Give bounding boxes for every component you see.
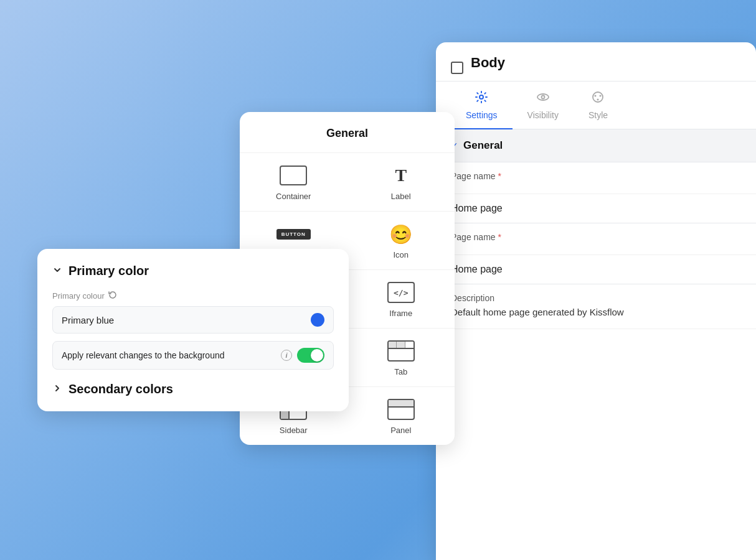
field-label-page-name-1: Page name * [451, 171, 741, 181]
panel-content: ✓ General Page name * Home page Page nam… [436, 129, 756, 329]
secondary-colors-title: Secondary colors [69, 382, 173, 396]
bg-toggle[interactable] [297, 348, 324, 363]
refresh-icon[interactable] [108, 291, 117, 301]
component-iframe[interactable]: </> Iframe [347, 269, 455, 328]
primary-colour-field-label: Primary colour [52, 291, 334, 301]
container-icon [278, 163, 308, 188]
general-section-title: General [463, 139, 503, 152]
page-name-field-label-2: Page name * [436, 223, 756, 255]
body-panel-title: Body [471, 55, 741, 81]
body-panel: Body Settings Visibility [436, 42, 756, 560]
tab-settings-label: Settings [466, 110, 498, 120]
component-panel[interactable]: Panel [347, 386, 455, 445]
visibility-icon [536, 90, 550, 108]
secondary-colors-section[interactable]: Secondary colors [52, 382, 334, 396]
panel-type-icon [386, 397, 416, 422]
primary-color-chevron-icon [52, 265, 62, 278]
primary-color-title: Primary color [69, 264, 149, 278]
page-name-field-label: Page name * [436, 162, 756, 194]
svg-point-4 [595, 95, 597, 97]
description-value: Default home page generated by Kissflow [451, 306, 741, 320]
svg-point-1 [537, 94, 549, 100]
svg-point-2 [541, 96, 544, 99]
tab-visibility[interactable]: Visibility [513, 82, 574, 129]
color-name-text: Primary blue [62, 315, 306, 325]
primary-color-header[interactable]: Primary color [52, 264, 334, 278]
page-name-2-value: Home page [451, 264, 741, 275]
secondary-chevron-icon [52, 383, 62, 396]
sidebar-component-label: Sidebar [280, 426, 308, 435]
toggle-knob [311, 349, 323, 362]
body-checkbox[interactable] [451, 62, 463, 74]
bg-toggle-label: Apply relevant changes to the background [62, 350, 276, 360]
page-name-value-1[interactable]: Home page [436, 194, 756, 223]
svg-point-6 [597, 99, 599, 101]
panel-tabs: Settings Visibility Style [436, 82, 756, 129]
tab-style-label: Style [588, 110, 608, 120]
panel-component-label: Panel [390, 426, 411, 435]
tab-type-icon [386, 338, 416, 363]
tab-settings[interactable]: Settings [451, 82, 513, 129]
container-label: Container [276, 192, 311, 201]
component-icon-item[interactable]: 😊 Icon [347, 211, 455, 269]
color-select-row[interactable]: Primary blue [52, 306, 334, 334]
tab-component-label: Tab [394, 367, 407, 376]
bg-toggle-row: Apply relevant changes to the background… [52, 341, 334, 370]
label-type-icon: T [386, 163, 416, 188]
description-field: Description Default home page generated … [436, 284, 756, 329]
description-label: Description [451, 293, 741, 303]
tab-visibility-label: Visibility [527, 110, 559, 120]
primary-color-panel: Primary color Primary colour Primary blu… [37, 249, 349, 411]
iframe-type-icon: </> [386, 280, 416, 305]
component-label[interactable]: T Label [347, 152, 455, 211]
page-name-value-2[interactable]: Home page [436, 255, 756, 284]
iframe-component-label: Iframe [389, 309, 412, 318]
field-label-page-name-2: Page name * [451, 232, 741, 242]
svg-point-3 [593, 92, 603, 102]
svg-point-0 [480, 95, 483, 99]
button-type-icon: BUTTON [278, 222, 308, 246]
label-component-label: Label [391, 192, 411, 201]
svg-point-5 [600, 95, 602, 97]
body-panel-header: Body [436, 42, 756, 82]
general-section-bar[interactable]: ✓ General [436, 129, 756, 162]
smiley-icon: 😊 [386, 222, 416, 246]
page-name-1-value: Home page [451, 203, 741, 214]
style-icon [591, 90, 605, 108]
settings-icon [475, 90, 488, 108]
icon-component-label: Icon [393, 250, 409, 259]
color-dot-blue [311, 313, 324, 327]
info-icon[interactable]: i [281, 350, 292, 361]
tab-style[interactable]: Style [574, 82, 623, 129]
general-panel-title: General [240, 127, 455, 140]
component-tab[interactable]: Tab [347, 328, 455, 386]
component-container[interactable]: Container [240, 152, 347, 211]
